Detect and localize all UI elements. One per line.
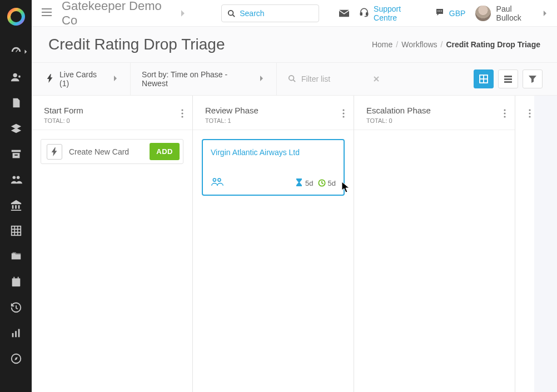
column-title: Review Phase: [205, 106, 258, 115]
nav-people[interactable]: [0, 167, 32, 192]
filter-list: [277, 62, 474, 96]
bolt-icon: [47, 144, 62, 160]
support-label: Support Centre: [374, 4, 425, 22]
crumb-workflows[interactable]: Workflows: [401, 40, 437, 49]
column-title: Escalation Phase: [366, 106, 431, 115]
nav-history[interactable]: [0, 295, 32, 320]
column-escalation-phase: Escalation Phase TOTAL: 0: [354, 96, 515, 392]
svg-point-51: [504, 112, 505, 114]
svg-point-44: [342, 109, 344, 111]
nav-calendar[interactable]: [0, 269, 32, 295]
svg-point-1: [13, 73, 17, 77]
svg-rect-4: [14, 155, 18, 156]
column-review-phase: Review Phase TOTAL: 1 Virgin Atlantic Ai…: [193, 96, 354, 392]
svg-point-41: [181, 109, 183, 111]
nav-dashboard[interactable]: [0, 39, 32, 64]
svg-rect-16: [12, 333, 13, 337]
svg-rect-2: [11, 150, 21, 152]
svg-line-32: [294, 80, 296, 82]
nav-reports[interactable]: [0, 320, 32, 346]
filter-button[interactable]: [523, 70, 543, 88]
svg-point-31: [289, 75, 294, 80]
column-total: TOTAL: 1: [205, 117, 258, 124]
svg-rect-38: [504, 76, 512, 77]
filter-list-input[interactable]: [301, 75, 368, 83]
chat-icon: [435, 7, 445, 19]
nav-explore[interactable]: [0, 346, 32, 371]
svg-rect-28: [437, 11, 439, 12]
column-next: [515, 96, 534, 392]
global-search-input[interactable]: [240, 9, 306, 18]
total-time: 5d: [318, 178, 336, 187]
nav-bank[interactable]: [0, 192, 32, 218]
bolt-icon: [46, 74, 54, 85]
column-menu-icon[interactable]: [529, 109, 531, 120]
avatar: [475, 6, 490, 21]
headset-icon: [359, 7, 369, 19]
sort-dropdown[interactable]: Sort by: Time on Phase - Newest: [131, 62, 277, 96]
add-card-button[interactable]: ADD: [150, 143, 180, 160]
search-icon: [288, 75, 296, 84]
svg-point-48: [218, 178, 221, 181]
svg-point-52: [504, 116, 505, 117]
chevron-right-icon: [258, 75, 265, 83]
messages-icon[interactable]: [339, 8, 349, 18]
nav-layers[interactable]: [0, 116, 32, 141]
svg-rect-14: [13, 277, 14, 280]
topbar: Gatekeeper Demo Co Support Centre GBP Pa…: [32, 0, 557, 27]
sort-label: Sort by: Time on Phase - Newest: [142, 70, 253, 88]
svg-point-6: [16, 176, 19, 180]
svg-rect-25: [339, 9, 349, 17]
column-total: TOTAL: 0: [366, 117, 431, 124]
svg-rect-39: [504, 78, 512, 80]
nav-archive[interactable]: [0, 141, 32, 167]
svg-rect-15: [17, 277, 18, 280]
global-search[interactable]: [221, 4, 319, 22]
clear-filter-icon[interactable]: [374, 75, 379, 83]
column-total: TOTAL: 0: [44, 117, 83, 124]
nav-documents[interactable]: [0, 90, 32, 116]
page-title: Credit Rating Drop Triage: [48, 36, 225, 53]
svg-point-45: [342, 112, 344, 114]
sidebar-nav: [0, 0, 32, 392]
currency-switcher[interactable]: GBP: [435, 7, 466, 19]
live-cards-filter[interactable]: Live Cards (1): [46, 62, 131, 96]
card-title: Virgin Atlantic Airways Ltd: [211, 148, 336, 157]
svg-point-54: [529, 112, 530, 114]
create-card-label: Create New Card: [69, 147, 143, 156]
svg-point-53: [529, 109, 530, 111]
company-name: Gatekeeper Demo Co: [62, 0, 177, 28]
svg-point-46: [342, 116, 344, 117]
user-name: Paul Bullock: [496, 4, 538, 22]
workflow-card[interactable]: Virgin Atlantic Airways Ltd 5d 5d: [202, 139, 345, 196]
column-menu-icon[interactable]: [181, 109, 183, 120]
svg-point-55: [529, 116, 530, 117]
nav-folders[interactable]: [0, 244, 32, 269]
svg-point-42: [181, 112, 183, 114]
nav-grid[interactable]: [0, 218, 32, 244]
column-menu-icon[interactable]: [342, 109, 345, 120]
nav-users[interactable]: [0, 64, 32, 90]
menu-toggle-icon[interactable]: [42, 8, 52, 18]
crumb-home[interactable]: Home: [372, 40, 392, 49]
svg-point-47: [213, 178, 216, 181]
chevron-right-icon: [112, 75, 119, 83]
live-cards-label: Live Cards (1): [59, 70, 107, 88]
svg-rect-7: [11, 226, 21, 236]
owners-icon: [211, 177, 224, 189]
view-kanban-button[interactable]: [474, 70, 494, 88]
company-switcher[interactable]: Gatekeeper Demo Co: [62, 0, 185, 28]
svg-rect-40: [504, 81, 512, 83]
support-centre-link[interactable]: Support Centre: [359, 4, 425, 22]
app-logo[interactable]: [7, 8, 25, 26]
breadcrumb: Home / Workflows / Credit Rating Drop Tr…: [372, 40, 540, 49]
create-card-row: Create New Card ADD: [41, 139, 183, 164]
svg-rect-29: [439, 11, 440, 12]
user-menu[interactable]: Paul Bullock: [475, 4, 547, 22]
view-list-button[interactable]: [498, 70, 518, 88]
kanban-board: Start Form TOTAL: 0 Create New Card ADD …: [32, 96, 557, 392]
column-menu-icon[interactable]: [504, 109, 506, 120]
svg-rect-13: [12, 279, 20, 281]
crumb-current: Credit Rating Drop Triage: [446, 40, 540, 49]
board-toolbar: Live Cards (1) Sort by: Time on Phase - …: [32, 62, 557, 96]
